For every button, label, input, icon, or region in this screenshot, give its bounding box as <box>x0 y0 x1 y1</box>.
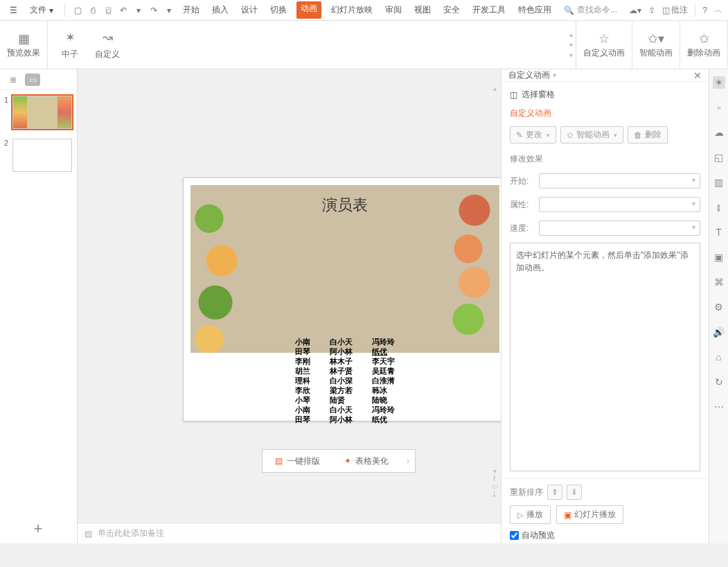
strip-link-icon[interactable]: ⌘ <box>713 276 725 288</box>
strip-chart-icon[interactable]: ⫿ <box>713 201 725 213</box>
auto-layout-button[interactable]: ▤ 一键排版 <box>263 455 332 467</box>
tab-transition[interactable]: 切换 <box>267 1 290 19</box>
strip-more-icon[interactable]: ⋯ <box>713 401 725 413</box>
strip-refresh-icon[interactable]: ↻ <box>713 376 725 388</box>
undo-icon[interactable]: ↶ <box>118 6 129 15</box>
strip-settings-icon[interactable]: ⚙ <box>713 301 725 313</box>
tab-view[interactable]: 视图 <box>411 1 434 19</box>
select-pane-link[interactable]: ◫ 选择窗格 <box>510 89 700 101</box>
ribbon-smart-anim[interactable]: ✩▾ 智能动画 <box>632 21 680 69</box>
next-slide-icon[interactable]: ⭳ <box>491 490 498 498</box>
cloud-sync-icon[interactable]: ☁▾ <box>629 6 641 15</box>
start-select[interactable] <box>539 173 700 189</box>
slide-nav-icon[interactable]: ▭ <box>492 482 498 490</box>
thumb-number: 1 <box>4 96 10 104</box>
tab-devtools[interactable]: 开发工具 <box>470 1 508 19</box>
menu-icon[interactable]: ☰ <box>6 4 21 17</box>
anim-neutron[interactable]: ✶ 中子 <box>62 29 78 60</box>
ribbon-delete-anim[interactable]: ✩ 删除动画 <box>680 21 728 69</box>
auto-preview-input[interactable] <box>510 531 519 540</box>
add-slide-button[interactable]: + <box>28 518 48 539</box>
tab-review[interactable]: 审阅 <box>382 1 405 19</box>
share-icon[interactable]: ⇪ <box>648 6 655 15</box>
slide-canvas[interactable]: 演员表 小南田琴李刚胡兰理科李欣小琴小南田琴 白小天阿小林林木子林子贤白小深梁方… <box>183 177 501 421</box>
tab-design[interactable]: 设计 <box>238 1 260 19</box>
credit-cell: 吴廷青 <box>372 367 395 376</box>
annotate-button[interactable]: ◫ 批注 <box>662 4 688 16</box>
strip-cloud-icon[interactable]: ☁ <box>713 126 725 139</box>
prev-slide-icon[interactable]: ⭱ <box>491 475 498 482</box>
quick-format-bar: ▤ 一键排版 ✦ 表格美化 › <box>262 449 416 473</box>
outline-view-icon[interactable]: ≣ <box>6 73 21 86</box>
reorder-down-button[interactable]: ⬇ <box>567 485 582 500</box>
slide-thumbnail[interactable] <box>12 139 72 172</box>
anim-custom[interactable]: ↝ 自定义 <box>95 29 120 60</box>
thumb-1: 1 <box>4 96 73 129</box>
thumbnail-view-icon[interactable]: ▭ <box>25 73 40 86</box>
ribbon-tabs: 开始 插入 设计 切换 动画 幻灯片放映 审阅 视图 安全 开发工具 特色应用 <box>180 1 554 19</box>
smart-anim-button[interactable]: ✩ 智能动画 ▾ <box>560 126 623 143</box>
credits-col-3: 冯玲玲纸优李天宇吴廷青白淮潸韩冰陆晓冯玲玲纸优 <box>372 338 395 418</box>
help-icon[interactable]: ? <box>702 6 707 15</box>
strip-animation-icon[interactable]: ✶ <box>713 76 725 89</box>
gallery-down-icon[interactable]: ▾ <box>569 41 573 49</box>
save-icon[interactable]: ▢ <box>72 6 83 15</box>
auto-preview-checkbox[interactable]: 自动预览 <box>510 530 700 541</box>
undo-dd-icon[interactable]: ▾ <box>133 6 144 15</box>
layout-icon: ▤ <box>275 456 283 466</box>
redo-dd-icon[interactable]: ▾ <box>163 6 175 15</box>
canvas-scrollbar[interactable]: ▴ ▾ ⭱ ▭ ⭳ <box>490 85 499 498</box>
strip-template-icon[interactable]: ▫ <box>713 101 725 114</box>
magic-star-icon: ✩▾ <box>648 30 664 47</box>
credit-cell: 梁方若 <box>330 386 353 395</box>
change-effect-button[interactable]: ✎ 更改 ▾ <box>510 126 556 143</box>
start-row: 开始: <box>510 173 700 189</box>
print-preview-icon[interactable]: ⌼ <box>103 6 114 15</box>
tab-start[interactable]: 开始 <box>180 1 202 19</box>
close-panel-button[interactable]: ✕ <box>693 70 702 81</box>
scroll-up-icon[interactable]: ▴ <box>493 85 497 92</box>
reorder-row: 重新排序 ⬆ ⬇ <box>510 485 700 500</box>
notes-bar[interactable]: ▤ 单击此处添加备注 <box>78 523 501 543</box>
panel-dropdown-icon[interactable]: ▾ <box>553 71 556 79</box>
strip-text-icon[interactable]: T <box>713 226 725 238</box>
ribbon-animation-gallery[interactable]: ✶ 中子 ↝ 自定义 ▴ ▾ ▾ <box>48 21 576 69</box>
file-menu[interactable]: 文件 ▾ <box>26 3 57 17</box>
select-pane-icon: ◫ <box>510 90 517 100</box>
credit-cell: 胡兰 <box>295 367 310 376</box>
strip-image-icon[interactable]: ▣ <box>713 251 725 263</box>
notes-placeholder: 单击此处添加备注 <box>98 527 164 539</box>
property-select[interactable] <box>539 197 700 212</box>
strip-tag-icon[interactable]: ⌂ <box>713 351 725 363</box>
collapse-ribbon-icon[interactable]: ︿ <box>714 4 722 16</box>
delete-effect-button[interactable]: 🗑 删除 <box>628 126 668 143</box>
tab-slideshow[interactable]: 幻灯片放映 <box>328 1 375 19</box>
play-button[interactable]: ▷ 播放 <box>510 505 551 524</box>
credits-list: 小南田琴李刚胡兰理科李欣小琴小南田琴 白小天阿小林林木子林子贤白小深梁方若陆贤白… <box>184 338 501 418</box>
strip-sound-icon[interactable]: 🔊 <box>713 326 725 338</box>
reorder-up-button[interactable]: ⬆ <box>547 485 562 500</box>
slide-thumbnail[interactable] <box>12 96 72 129</box>
table-beautify-button[interactable]: ✦ 表格美化 <box>332 455 401 467</box>
tab-security[interactable]: 安全 <box>441 1 463 19</box>
divider <box>64 4 65 17</box>
scroll-down-icon[interactable]: ▾ <box>493 467 497 475</box>
tab-insert[interactable]: 插入 <box>209 1 231 19</box>
print-icon[interactable]: ⎙ <box>87 6 98 15</box>
tab-animation[interactable]: 动画 <box>296 1 321 19</box>
redo-icon[interactable]: ↷ <box>148 6 159 15</box>
ribbon-preview[interactable]: ▦ 预览效果 <box>0 21 48 69</box>
topbar-right: ☁▾ ⇪ ◫ 批注 ? ︿ <box>629 4 722 17</box>
strip-align-icon[interactable]: ▥ <box>713 176 725 189</box>
command-search[interactable]: 🔍 查找命令... <box>564 4 617 16</box>
notes-icon: ▤ <box>85 529 92 539</box>
ribbon-custom-anim[interactable]: ☆ 自定义动画 <box>576 21 632 69</box>
slideshow-button[interactable]: ▣ 幻灯片播放 <box>556 505 623 524</box>
chevron-right-icon[interactable]: › <box>401 456 415 466</box>
tab-special[interactable]: 特色应用 <box>515 1 554 19</box>
credit-cell: 林子贤 <box>330 367 353 376</box>
speed-select[interactable] <box>539 220 700 236</box>
gallery-up-icon[interactable]: ▴ <box>569 30 573 38</box>
strip-assets-icon[interactable]: ◱ <box>713 151 725 164</box>
gallery-more-icon[interactable]: ▾ <box>569 51 573 59</box>
